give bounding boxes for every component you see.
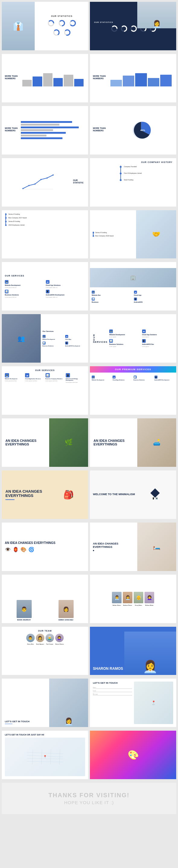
svg-point-26 [47,177,48,179]
svg-line-33 [32,749,33,765]
slide-12-services-photo: 🏢 💻 Website Dev ☁ Cloud App 📊 Business 📱 [90,262,176,311]
svg-point-25 [41,179,42,180]
srv-13-1: 💻 Website Development [43,335,63,340]
slide-grid-row2: MORE THAN NUMBERS MORE THAN NUMBERS [0,52,178,104]
slide-grid-row10: AN IDEA CHANGES EVERYTHINGS 🎒 WELCOME TO… [0,469,178,521]
slide-22-idea-bedroom: AN IDEA CHANGES EVERYTHINGS 🛏️ [90,523,176,571]
srv-p-4: 📱 Android/IOS [134,298,175,303]
emma-sanchez-name: EMMA SANCHEZ [58,619,73,621]
srv-p-3: 📊 Business [92,298,132,303]
slide-4-barchart-blue: MORE THAN NUMBERS [90,54,176,102]
slide27-title: LET'S GET IN TOUCH [5,720,46,723]
form-name: Name [93,686,132,689]
slide3-label: MORE THAN NUMBERS [5,75,18,80]
slide-grid-row1: 👔 OUR STATISTICS 👩‍💼 OUR STATISTICS [0,0,178,52]
slide22-heading: AN IDEA CHANGES EVERYTHINGS [93,542,134,549]
srv-14-4: 📱 Android/IOS Dev Lorem ipsum [142,339,173,347]
slide-grid-row12: 👨 MARK MURRAY 👩 EMMA SANCHEZ 👨‍💼 Nathan … [0,573,178,625]
srv-13-2: ☁ Cloud App [65,335,86,340]
premium-header: OUR PREMIUM SERVICES [90,366,176,373]
thanks-line1: THANKS FOR VISITING! [8,792,170,799]
slide5-label: MORE THAN NUMBERS [5,127,18,132]
slide-23-team-large: 👨 MARK MURRAY 👩 EMMA SANCHEZ [2,575,88,623]
slide-8-history: OUR COMPANY HISTORY Company Founded Firs… [90,158,176,207]
svg-point-23 [28,185,30,186]
team-paul: 👨‍🦳 Paul Cooper [46,634,54,645]
svg-line-29 [27,752,63,754]
slide-5-hbars: MORE THAN NUMBERS [2,106,88,155]
svg-point-5 [70,21,75,26]
service-4: 📱 Android/IOS Development Lorem ipsum do… [46,290,85,298]
srv-13-3: 📊 Business Solutions [43,342,63,347]
srv-14-1: 💻 Website Development Lorem ipsum [109,330,140,338]
slide-29-touch-map: LET'S GET IN TOUCH OR JUST SAY HI! 📍 [2,731,88,779]
slide13-title: Our Services [43,331,86,332]
srv-14-3: 📊 Business Solutions Lorem ipsum [109,339,140,347]
team-henry-silva: 👨 Henry Silva [26,634,35,645]
premium-title: OUR PREMIUM SERVICES [92,368,174,371]
slide21-heading: AN IDEA CHANGES EVERYTHINGS [5,541,85,545]
slide-16-premium: OUR PREMIUM SERVICES 💻 Website Developme… [90,366,176,415]
srv-15-2: ☁ Cloud Application Services Lorem ipsum… [25,373,44,383]
person-left: 👔 [2,2,35,50]
slide1-title: OUR STATISTICS [39,15,85,17]
form-email: Email [93,690,132,692]
slide7-label: OUR STATISTIC [73,179,85,184]
svg-line-35 [50,749,51,765]
slide-grid-row11: AN IDEA CHANGES EVERYTHINGS 👁️ 🏮 🎨 🌀 AN … [0,521,178,573]
slide11-title: OUR SERVICES [5,275,85,277]
srv-15-1: 💻 Website Development Lorem ipsum text h… [5,373,24,383]
svg-point-15 [131,26,136,32]
slide-1-stats: 👔 OUR STATISTICS [2,2,88,50]
slide-6-pie: MORE THAN NUMBERS 40% [90,106,176,155]
thanks-section: THANKS FOR VISITING! HOPE YOU LIKE IT :) [2,783,176,814]
slide-15-services-3col: OUR SERVICES 💻 Website Development Lorem… [2,366,88,415]
slide-grid-row7: 👥 Our Services 💻 Website Development ☁ C… [0,312,178,365]
slide-grid-row4: OUR STATISTIC OUR COMPANY HISTORY Compan… [0,156,178,209]
slide-20-minimalism: WELCOME TO THE MINIMALISM 📱 💻 [90,470,176,519]
slide1-donuts [39,19,85,27]
slide-grid-row9: AN IDEA CHANGES EVERYTHINGS 🌿 AN IDEA CH… [0,416,178,469]
history-s9-2: Best Company 2017 Award [8,217,84,219]
history-s9-1: Series A Funding [8,213,84,215]
slide17-heading: AN IDEA CHANGES EVERYTHINGS [5,439,46,446]
slide20-heading: WELCOME TO THE MINIMALISM [93,493,135,496]
slide-25-our-team: OUR TEAM 👨 Henry Silva 👩 Nuria Nguyen 👨‍… [2,627,88,675]
service-3: 📊 Business Solutions Lorem ipsum dolor s… [5,290,44,298]
svg-line-36 [59,749,60,765]
service-2: ☁ Cloud App Solutions Lorem ipsum dolor … [46,280,85,288]
srv-16-3: 📊 Business Solutions [134,376,154,381]
srv-p-2: ☁ Cloud App [134,291,175,296]
slide18-heading: AN IDEA CHANGES EVERYTHINGS [94,439,134,446]
history-s9-4: 2019 Employees Joined [8,224,84,226]
slide14-vert-label2: SERVICES [93,341,107,343]
srv-15-4: 📱 Android and IOS App Development Lorem … [66,373,85,383]
slide-30-colorful-art: 🎨 [90,731,176,779]
history-s10-1: Series A Funding [95,231,133,234]
srv-16-1: 💻 Website Development [92,376,111,381]
team-barbara: 👩‍💼 Barbara Palmer [123,592,132,606]
slide-17-idea-dark: AN IDEA CHANGES EVERYTHINGS 🌿 [2,418,88,467]
srv-16-2: ☁ Cloud App Solutions [112,376,132,381]
history-item-3: Seed Funding [124,179,173,181]
slide29-title: LET'S GET IN TOUCH OR JUST SAY HI! [5,734,85,736]
service-1: 💻 Website Development Lorem ipsum dolor … [5,280,44,288]
slide-27-touch-photo: LET'S GET IN TOUCH 👩‍💼 [2,679,88,727]
slide-grid-row5: Series A Funding Best Company 2017 Award… [0,209,178,260]
history-s10-2: Best Company 2018 Award [95,235,133,237]
svg-line-32 [27,762,63,762]
svg-line-34 [41,749,42,765]
slide-24-team-4: 👨‍💼 Nathan Obrien 👩‍💼 Barbara Palmer 👴 H… [90,575,176,623]
srv-14-2: ☁ Cloud App Solutions Lorem ipsum [142,330,173,338]
slide-grid-row3: MORE THAN NUMBERS MORE THAN NUMBERS 40% [0,104,178,156]
svg-point-22 [22,188,24,189]
svg-text:40%: 40% [140,129,145,132]
slide-2-stats-dark: 👩‍💼 OUR STATISTICS [90,2,176,50]
form-message: Message [93,693,132,695]
slide-7-line: OUR STATISTIC [2,158,88,207]
team-nathan: 👨‍💼 Nathan Obrien [112,592,122,606]
slide-28-touch-form: LET'S GET IN TOUCH Name Email Message 📍 … [90,679,176,727]
slide-18-idea-interior: AN IDEA CHANGES EVERYTHINGS 🛋️ [90,418,176,467]
slide14-vert-label: OUR [93,334,95,341]
slide-grid-row14: LET'S GET IN TOUCH 👩‍💼 LET'S GET IN TOUC… [0,677,178,729]
